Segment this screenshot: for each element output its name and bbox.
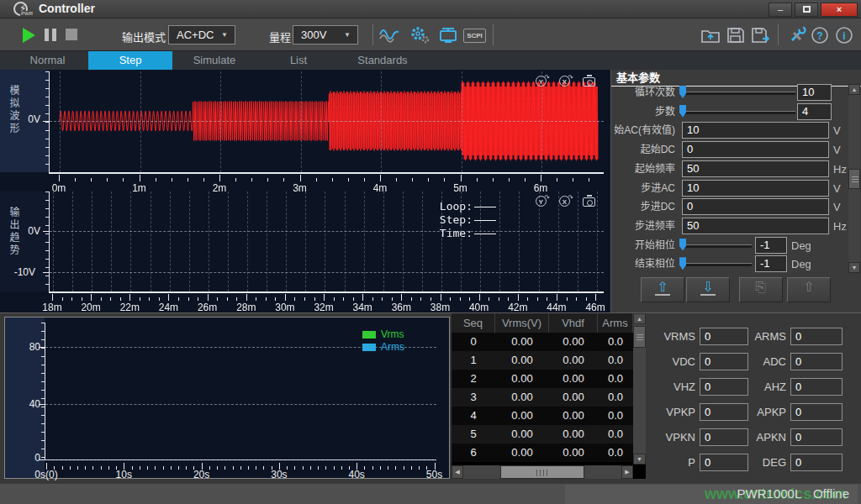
param-unit: V xyxy=(833,122,841,139)
scroll-left-icon[interactable]: ◀ xyxy=(452,465,463,479)
scrollbar-thumb[interactable] xyxy=(500,465,584,479)
param-slider[interactable] xyxy=(681,244,752,248)
scroll-down-icon[interactable]: ▼ xyxy=(848,262,860,273)
table-header: SeqVrms(V)VhdfArms xyxy=(452,313,633,333)
open-file-icon[interactable] xyxy=(700,26,721,45)
x-autoscale-icon[interactable]: X↷ xyxy=(558,194,573,209)
tab-normal[interactable]: Normal xyxy=(7,51,88,70)
param-input[interactable]: 10 xyxy=(682,122,829,139)
tab-list[interactable]: List xyxy=(256,51,341,70)
params-scrollbar[interactable]: ▲ ▼ xyxy=(848,84,860,273)
table-vscrollbar[interactable]: ▲ ▼ xyxy=(633,313,646,465)
scroll-right-icon[interactable]: ▶ xyxy=(621,465,633,479)
slider-thumb[interactable] xyxy=(679,86,686,98)
analog-waveform-plot[interactable]: Y↷ X↷ xyxy=(49,71,604,172)
minimize-button[interactable]: – xyxy=(769,3,792,17)
close-button[interactable]: × xyxy=(821,3,858,17)
param-unit: Deg xyxy=(791,237,811,255)
table-row[interactable]: 10.000.000.0 xyxy=(452,351,633,370)
bottom-region: 80 40 0 VrmsArms 0s(0)10s20s30s40s50s Se… xyxy=(0,312,861,483)
y-autoscale-icon[interactable]: Y↷ xyxy=(535,74,550,89)
param-input[interactable]: 10 xyxy=(682,180,829,197)
remote-display-icon[interactable] xyxy=(437,26,459,45)
scrollbar-thumb[interactable] xyxy=(848,169,860,189)
table-hscrollbar[interactable]: ◀ ▶ xyxy=(452,465,633,479)
param-row-6: 步进AC10V xyxy=(611,180,848,197)
param-value[interactable]: -1 xyxy=(755,255,787,272)
pause-button[interactable] xyxy=(45,29,56,41)
chevron-down-icon: ▼ xyxy=(344,26,351,44)
upload-arrow-button[interactable]: ⇧ xyxy=(641,277,684,302)
apkp-value: 0 xyxy=(790,403,843,421)
settings-gear-icon[interactable] xyxy=(409,26,430,45)
arms-legend-swatch xyxy=(362,344,376,351)
output-mode-select[interactable]: AC+DC▼ xyxy=(168,25,235,45)
measurements-panel: VRMS0ARMS0VDC0ADC0VHZ0AHZ0VPKP0APKP0VPKN… xyxy=(658,313,861,479)
info-icon[interactable]: i xyxy=(835,26,857,45)
slider-thumb[interactable] xyxy=(679,239,686,251)
connection-state: Offline xyxy=(813,486,849,501)
ahz-label: AHZ xyxy=(748,378,786,396)
camera-icon[interactable] xyxy=(582,194,597,209)
param-value[interactable]: 4 xyxy=(797,103,832,120)
tab-standards[interactable]: Standards xyxy=(341,51,425,70)
measurement-row: VPKP0APKP0 xyxy=(658,403,861,421)
y-autoscale-icon[interactable]: Y↷ xyxy=(535,194,550,209)
param-row-8: 步进频率50Hz xyxy=(611,218,848,235)
table-cell: 0.0 xyxy=(598,407,633,425)
param-input[interactable]: 0 xyxy=(682,141,829,158)
slider-thumb[interactable] xyxy=(679,257,686,270)
adc-label: ADC xyxy=(748,353,786,370)
analog-waveform-canvas xyxy=(50,71,605,172)
export-file-button[interactable]: ⇧ xyxy=(787,277,831,302)
param-value[interactable]: 10 xyxy=(797,84,832,101)
table-row[interactable]: 40.000.000.0 xyxy=(452,407,633,425)
range-select[interactable]: 300V▼ xyxy=(293,25,358,45)
param-row-5: 起始频率50Hz xyxy=(611,160,848,178)
save-icon[interactable] xyxy=(725,26,747,45)
copy-to-file-button[interactable]: ⎘ xyxy=(739,277,783,302)
slider-thumb[interactable] xyxy=(679,105,686,118)
param-unit: V xyxy=(833,198,841,216)
table-row[interactable]: 00.000.000.0 xyxy=(452,333,633,351)
param-label: 起始DC xyxy=(611,141,675,159)
table-cell: 0.00 xyxy=(495,388,549,407)
tab-step[interactable]: Step xyxy=(88,51,172,70)
param-slider[interactable] xyxy=(681,92,795,95)
play-button[interactable] xyxy=(23,28,35,43)
table-row[interactable]: 60.000.000.0 xyxy=(452,444,633,462)
stop-button[interactable] xyxy=(66,29,77,40)
measure-trend-plot[interactable]: VrmsArms xyxy=(45,323,436,460)
help-icon[interactable]: ? xyxy=(811,26,832,45)
output-trend-plot[interactable]: Loop:Step:Time: Y↷ X↷ xyxy=(49,192,604,291)
save-as-icon[interactable] xyxy=(750,26,772,45)
table-cell: 0.00 xyxy=(495,444,549,462)
scroll-up-icon[interactable]: ▲ xyxy=(848,84,860,95)
param-unit: Hz xyxy=(833,218,847,235)
download-arrow-button[interactable]: ⇩ xyxy=(686,277,730,302)
waveform-icon[interactable] xyxy=(378,26,400,45)
scroll-up-icon[interactable]: ▲ xyxy=(633,313,646,324)
x-autoscale-icon[interactable]: X↷ xyxy=(558,74,573,89)
maximize-button[interactable] xyxy=(795,3,818,17)
param-input[interactable]: 50 xyxy=(682,218,829,234)
table-row[interactable]: 30.000.000.0 xyxy=(452,388,633,407)
param-input[interactable]: 0 xyxy=(682,198,829,215)
scroll-down-icon[interactable]: ▼ xyxy=(633,454,646,465)
camera-icon[interactable] xyxy=(582,74,597,89)
tab-simulate[interactable]: Simulate xyxy=(172,51,256,70)
param-input[interactable]: 50 xyxy=(682,160,829,177)
param-slider[interactable] xyxy=(681,111,795,114)
sequence-table: SeqVrms(V)VhdfArms 00.000.000.010.000.00… xyxy=(452,313,646,479)
table-cell: 0.0 xyxy=(598,444,633,462)
table-row[interactable]: 20.000.000.0 xyxy=(452,370,633,388)
table-row[interactable]: 50.000.000.0 xyxy=(452,425,633,444)
trend-x-ticks xyxy=(49,293,604,301)
vpkp-label: VPKP xyxy=(658,403,695,421)
table-cell: 0.00 xyxy=(549,407,598,425)
tools-wrench-icon[interactable] xyxy=(787,26,809,45)
param-slider[interactable] xyxy=(681,263,752,266)
param-value[interactable]: -1 xyxy=(755,237,787,254)
scrollbar-thumb[interactable] xyxy=(633,326,646,348)
scpi-icon[interactable]: SCPI xyxy=(463,29,486,43)
